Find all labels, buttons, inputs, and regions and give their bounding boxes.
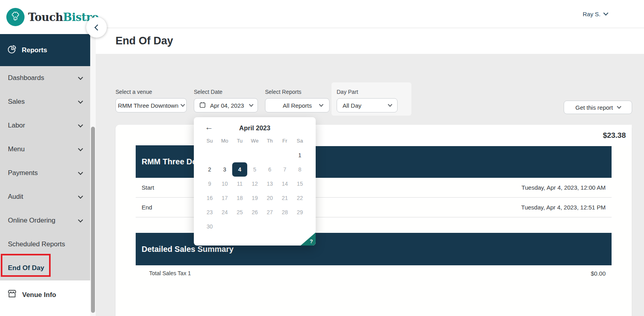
calendar-empty-cell (277, 219, 292, 234)
date-picker[interactable]: Apr 04, 2023 (194, 98, 258, 112)
chevron-down-icon (78, 99, 83, 104)
daypart-select-value: All Day (343, 102, 362, 109)
calendar-empty-cell (202, 148, 217, 162)
summary-value: $23.38 (603, 131, 626, 140)
sidebar-item-label: Payments (8, 169, 38, 177)
venue-select[interactable]: RMM Three Downtown (116, 98, 187, 112)
calendar-day-4[interactable]: 4 (232, 162, 247, 177)
sidebar-item-labor[interactable]: Labor (0, 114, 90, 137)
sidebar-scrollbar-thumb[interactable] (91, 127, 95, 313)
calendar-day-12: 12 (247, 177, 262, 191)
sidebar-item-label: Dashboards (8, 74, 44, 82)
help-badge[interactable]: ? (310, 238, 313, 244)
summary-label: Total Sales Tax 1 (149, 270, 191, 276)
calendar-empty-cell (232, 148, 247, 162)
sidebar-section-label: Reports (22, 46, 47, 54)
sidebar-item-label: Scheduled Reports (8, 240, 65, 248)
chevron-down-icon (603, 11, 608, 16)
calendar-day-27: 27 (262, 205, 277, 219)
calendar-month-title: April 2023 (194, 124, 316, 132)
sidebar-item-payments[interactable]: Payments (0, 161, 90, 185)
sidebar-item-menu[interactable]: Menu (0, 137, 90, 161)
sidebar-item-label: Online Ordering (8, 217, 55, 225)
daypart-filter-label: Day Part (337, 89, 398, 95)
calendar-empty-cell (262, 219, 277, 234)
calendar-day-18: 18 (232, 191, 247, 205)
daypart-select[interactable]: All Day (337, 98, 398, 112)
sidebar-item-label: Menu (8, 145, 25, 153)
calendar-day-10: 10 (217, 177, 232, 191)
calendar-day-8: 8 (292, 162, 307, 177)
sidebar: TouchBistro Reports DashboardsSalesLabor… (0, 0, 90, 316)
calendar-empty-cell (247, 148, 262, 162)
calendar-day-17: 17 (217, 191, 232, 205)
collapse-sidebar-button[interactable] (86, 17, 107, 38)
page-title: End Of Day (116, 35, 173, 47)
chevron-left-icon (94, 24, 100, 30)
sidebar-item-label: End Of Day (8, 264, 44, 272)
sales-summary-title: Detailed Sales Summary (142, 245, 233, 254)
pie-chart-icon (7, 45, 17, 56)
get-report-label: Get this report (575, 104, 613, 111)
calendar-day-5: 5 (247, 162, 262, 177)
sidebar-item-dashboards[interactable]: Dashboards (0, 66, 90, 90)
reports-filter-label: Select Reports (265, 89, 330, 95)
main-area: Ray S. End Of Day Select a venue RMM Thr… (96, 0, 644, 316)
summary-value: $0.00 (591, 270, 606, 277)
calendar-weekday-label: Fr (277, 138, 292, 148)
date-filter-group: Select Date Apr 04, 2023 (194, 89, 258, 112)
chevron-down-icon (388, 102, 392, 107)
calendar-icon (199, 101, 206, 110)
calendar-day-3[interactable]: 3 (217, 162, 232, 177)
sidebar-item-scheduled-reports[interactable]: Scheduled Reports (0, 232, 90, 256)
sidebar-section-reports[interactable]: Reports (0, 34, 90, 66)
sidebar-bottom: Venue Info (0, 280, 90, 316)
chevron-down-icon (78, 194, 83, 199)
logo-word-touch: Touch (28, 11, 63, 23)
calendar-day-22: 22 (292, 191, 307, 205)
calendar-day-2[interactable]: 2 (202, 162, 217, 177)
sidebar-item-audit[interactable]: Audit (0, 185, 90, 209)
calendar-day-29: 29 (292, 205, 307, 219)
calendar-day-19: 19 (247, 191, 262, 205)
sidebar-item-sales[interactable]: Sales (0, 90, 90, 114)
chevron-down-icon (319, 102, 323, 107)
reports-select-value: All Reports (283, 102, 312, 109)
sidebar-item-venue-info[interactable]: Venue Info (0, 280, 90, 310)
user-menu[interactable]: Ray S. (583, 11, 608, 17)
calendar-day-25: 25 (232, 205, 247, 219)
calendar-weekday-label: Mo (217, 138, 232, 148)
calendar-weekday-label: Tu (232, 138, 247, 148)
calendar-empty-cell (232, 219, 247, 234)
chevron-down-icon (78, 170, 83, 175)
calendar-day-1[interactable]: 1 (292, 148, 307, 162)
calendar-weekday-label: Sa (292, 138, 307, 148)
sidebar-nav: DashboardsSalesLaborMenuPaymentsAuditOnl… (0, 66, 90, 280)
chevron-down-icon (249, 102, 253, 107)
calendar-day-28: 28 (277, 205, 292, 219)
calendar-day-7: 7 (277, 162, 292, 177)
venue-info-label: Venue Info (22, 291, 56, 299)
sidebar-item-end-of-day[interactable]: End Of Day (0, 256, 90, 280)
app-logo[interactable]: TouchBistro (0, 0, 90, 34)
summary-rows: Total Sales Taxes$23.38Total Sales Tax 1… (136, 265, 612, 281)
sidebar-item-online-ordering[interactable]: Online Ordering (0, 209, 90, 232)
calendar-day-21: 21 (277, 191, 292, 205)
chevron-down-icon (180, 102, 185, 107)
calendar-day-23: 23 (202, 205, 217, 219)
calendar-day-13: 13 (262, 177, 277, 191)
chevron-down-icon (78, 75, 83, 80)
chevron-down-icon (78, 122, 83, 128)
calendar-day-15: 15 (292, 177, 307, 191)
get-report-button[interactable]: Get this report (564, 101, 632, 114)
calendar-header: ← April 2023 (194, 117, 316, 138)
help-corner-ribbon (301, 232, 316, 246)
reports-select[interactable]: All Reports (265, 98, 330, 112)
sidebar-item-label: Labor (8, 122, 25, 129)
user-name: Ray S. (583, 11, 600, 17)
calendar-day-30: 30 (202, 219, 217, 234)
calendar-day-20: 20 (262, 191, 277, 205)
chevron-down-icon (78, 146, 83, 151)
chevron-down-icon (78, 217, 83, 223)
calendar-day-24: 24 (217, 205, 232, 219)
